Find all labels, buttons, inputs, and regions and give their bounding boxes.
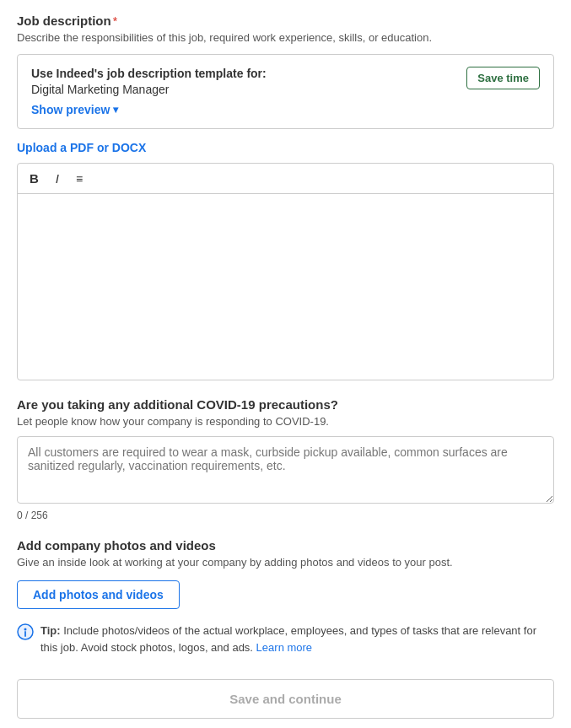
tip-prefix: Tip: [40, 624, 61, 637]
job-description-label: Job description [17, 13, 111, 28]
italic-button[interactable]: I [52, 170, 62, 186]
template-box: Use Indeed's job description template fo… [17, 54, 554, 129]
rich-text-editor[interactable]: B I ≡ [17, 163, 554, 380]
bold-button[interactable]: B [26, 170, 42, 186]
add-photos-button[interactable]: Add photos and videos [17, 580, 180, 609]
covid-label: Are you taking any additional COVID-19 p… [17, 397, 554, 412]
char-count: 0 / 256 [17, 510, 554, 521]
covid-textarea[interactable] [17, 436, 554, 504]
editor-toolbar: B I ≡ [18, 164, 553, 194]
tip-icon [17, 623, 34, 640]
template-box-title: Use Indeed's job description template fo… [31, 67, 466, 80]
show-preview-link[interactable]: Show preview ▾ [31, 103, 118, 116]
covid-section: Are you taking any additional COVID-19 p… [17, 397, 554, 521]
editor-body[interactable] [18, 194, 553, 380]
tip-box: Tip: Include photos/videos of the actual… [17, 623, 554, 655]
save-time-button[interactable]: Save time [466, 67, 540, 89]
photos-subtitle: Give an inside look at working at your c… [17, 556, 554, 569]
list-button[interactable]: ≡ [73, 171, 86, 186]
required-star: * [113, 14, 117, 28]
tip-text: Tip: Include photos/videos of the actual… [40, 623, 554, 655]
upload-pdf-link[interactable]: Upload a PDF or DOCX [17, 141, 146, 154]
photos-section: Add company photos and videos Give an in… [17, 538, 554, 655]
covid-subtitle: Let people know how your company is resp… [17, 415, 554, 428]
save-continue-button[interactable]: Save and continue [17, 679, 554, 719]
photos-label: Add company photos and videos [17, 538, 554, 553]
learn-more-link[interactable]: Learn more [256, 641, 312, 654]
job-description-subtitle: Describe the responsibilities of this jo… [17, 31, 554, 44]
template-box-job-title: Digital Marketing Manager [31, 83, 466, 96]
svg-point-1 [24, 628, 27, 631]
